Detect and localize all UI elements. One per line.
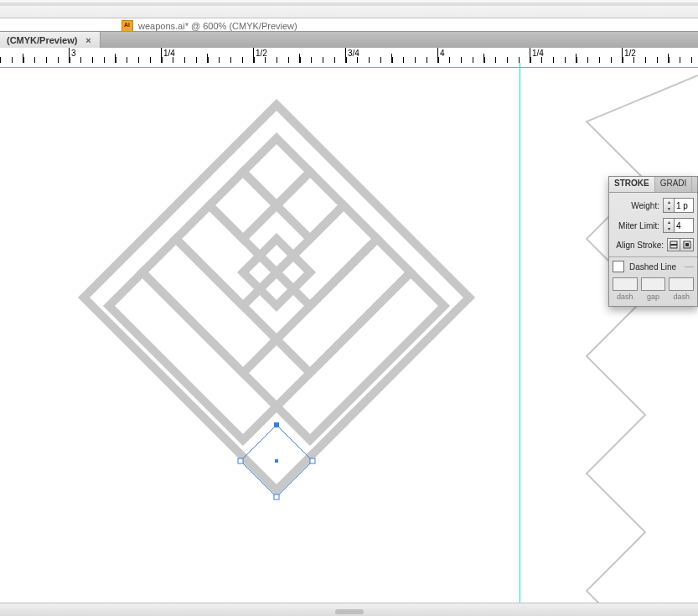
artwork-svg <box>0 63 698 616</box>
align-stroke-inside-button[interactable] <box>680 238 694 251</box>
tab-gradient[interactable]: GRADI <box>655 177 693 192</box>
svg-rect-2 <box>274 494 279 500</box>
document-tab-bar: (CMYK/Preview) × <box>0 31 698 49</box>
menubar-strip <box>0 0 698 18</box>
weight-stepper[interactable]: ▴▾ <box>663 198 694 213</box>
miter-stepper[interactable]: ▴▾ <box>663 218 694 233</box>
close-icon[interactable]: × <box>84 35 92 45</box>
horizontal-ruler: 31/41/23/441/41/2 <box>0 48 698 64</box>
stepper-arrows-icon[interactable]: ▴▾ <box>664 219 675 232</box>
weight-input[interactable] <box>675 201 693 210</box>
dash-label-2: dash <box>669 292 694 301</box>
miter-input[interactable] <box>675 221 693 230</box>
tab-stroke[interactable]: STROKE <box>609 177 655 192</box>
document-title-text: weapons.ai* @ 600% (CMYK/Preview) <box>138 21 297 31</box>
svg-rect-4 <box>275 459 278 463</box>
dash-label-1: dash <box>613 292 638 301</box>
miter-label: Miter Limit: <box>613 221 659 230</box>
ai-file-icon <box>122 20 133 32</box>
svg-rect-1 <box>310 458 315 463</box>
svg-rect-8 <box>685 243 689 246</box>
status-bar <box>0 603 698 616</box>
dashed-line-label: Dashed Line <box>629 262 676 272</box>
dash-input-2[interactable] <box>669 277 694 291</box>
document-tab-active[interactable]: (CMYK/Preview) × <box>0 32 101 49</box>
stepper-arrows-icon[interactable]: ▴▾ <box>664 199 675 212</box>
panel-tabs: STROKE GRADI <box>609 177 697 193</box>
svg-rect-5 <box>670 244 677 246</box>
gap-input-1[interactable] <box>641 277 666 291</box>
canvas[interactable] <box>0 63 698 616</box>
weight-label: Weight: <box>613 201 659 210</box>
ruler-label: 4 <box>440 49 445 58</box>
tab-label: (CMYK/Preview) <box>7 35 77 45</box>
align-stroke-center-button[interactable] <box>667 238 680 251</box>
stroke-panel[interactable]: STROKE GRADI Weight: ▴▾ Miter Limit: ▴▾ … <box>608 176 698 307</box>
svg-rect-3 <box>238 458 243 463</box>
align-stroke-label: Align Stroke: <box>613 241 664 250</box>
dash-gap-slots: dash gap dash <box>613 277 694 301</box>
dashed-line-checkbox[interactable] <box>613 261 624 272</box>
dash-input-1[interactable] <box>613 277 638 291</box>
svg-rect-0 <box>274 422 279 427</box>
ruler-label: 3 <box>71 49 76 58</box>
gap-label-1: gap <box>641 292 666 301</box>
resize-handle-icon[interactable] <box>335 609 364 614</box>
